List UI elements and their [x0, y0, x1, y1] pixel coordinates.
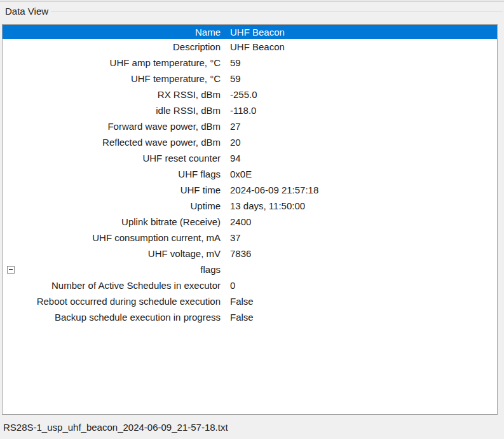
row-label: UHF reset counter	[3, 153, 221, 164]
row-label: UHF time	[3, 185, 221, 195]
table-row[interactable]: Uplink bitrate (Receive) 2400	[3, 214, 497, 230]
table-row[interactable]: Reboot occurred during schedule executio…	[3, 293, 497, 309]
table-row[interactable]: UHF temperature, °C 59	[3, 71, 497, 87]
row-value: 59	[221, 73, 497, 84]
row-value: 2400	[221, 216, 497, 227]
row-value: False	[221, 312, 497, 323]
row-label: Number of Active Schedules in executor	[3, 280, 221, 291]
table-row[interactable]: UHF time 2024-06-09 21:57:18	[3, 182, 497, 198]
row-label: idle RSSI, dBm	[3, 105, 221, 116]
row-value: -118.0	[221, 105, 497, 116]
selected-header-row[interactable]: Name UHF Beacon	[3, 25, 497, 39]
table-row[interactable]: Forward wave power, dBm 27	[3, 118, 497, 134]
table-body: Description UHF Beacon UHF amp temperatu…	[3, 39, 497, 325]
header-value: UHF Beacon	[221, 27, 497, 38]
row-label: flags	[3, 264, 221, 275]
row-value: 13 days, 11:50:00	[221, 200, 497, 211]
row-label: UHF flags	[3, 169, 221, 179]
table-row[interactable]: Backup schedule execution in progress Fa…	[3, 309, 497, 325]
table-row[interactable]: Description UHF Beacon	[3, 39, 497, 55]
table-row[interactable]: flags	[3, 261, 497, 277]
table-row[interactable]: Reflected wave power, dBm 20	[3, 134, 497, 150]
row-value: False	[221, 296, 497, 307]
row-label: Description	[3, 41, 221, 52]
table-row[interactable]: RX RSSI, dBm -255.0	[3, 87, 497, 102]
table-row[interactable]: UHF consumption current, mA 37	[3, 230, 497, 246]
row-label: Uplink bitrate (Receive)	[3, 216, 221, 227]
row-label: RX RSSI, dBm	[3, 89, 221, 100]
data-view-table: Name UHF Beacon Description UHF Beacon U…	[2, 24, 498, 415]
row-value: UHF Beacon	[221, 41, 497, 52]
row-label: Reflected wave power, dBm	[3, 137, 221, 148]
row-value: 7836	[221, 248, 497, 259]
row-value: 20	[221, 137, 497, 148]
row-label: Backup schedule execution in progress	[3, 312, 221, 323]
row-value: 27	[221, 121, 497, 132]
header-name-label: Name	[3, 27, 221, 38]
row-label: Forward wave power, dBm	[3, 121, 221, 132]
row-label: Uptime	[3, 200, 221, 211]
row-label: Reboot occurred during schedule executio…	[3, 296, 221, 307]
data-view-groupbox-header: Data View	[0, 2, 504, 24]
status-filename: RS28S-1_usp_uhf_beacon_2024-06-09_21-57-…	[3, 422, 228, 433]
table-row[interactable]: Uptime 13 days, 11:50:00	[3, 198, 497, 214]
table-row[interactable]: UHF amp temperature, °C 59	[3, 55, 497, 71]
table-row[interactable]: idle RSSI, dBm -118.0	[3, 102, 497, 118]
row-value: 94	[221, 153, 497, 164]
minus-glyph	[9, 269, 13, 270]
table-row[interactable]: UHF flags 0x0E	[3, 166, 497, 182]
row-value: 0x0E	[221, 169, 497, 179]
groupbox-border-line	[51, 11, 503, 12]
row-label: UHF amp temperature, °C	[3, 57, 221, 68]
table-row[interactable]: UHF voltage, mV 7836	[3, 246, 497, 261]
row-label: UHF consumption current, mA	[3, 232, 221, 243]
collapse-expander-icon[interactable]	[7, 266, 15, 274]
row-value: 37	[221, 232, 497, 243]
row-value: -255.0	[221, 89, 497, 100]
row-value: 2024-06-09 21:57:18	[221, 185, 497, 195]
row-label: UHF temperature, °C	[3, 73, 221, 84]
table-row[interactable]: UHF reset counter 94	[3, 150, 497, 166]
row-value: 0	[221, 280, 497, 291]
panel-title: Data View	[5, 6, 48, 17]
row-value: 59	[221, 57, 497, 68]
row-label: UHF voltage, mV	[3, 248, 221, 259]
table-row[interactable]: Number of Active Schedules in executor 0	[3, 277, 497, 293]
